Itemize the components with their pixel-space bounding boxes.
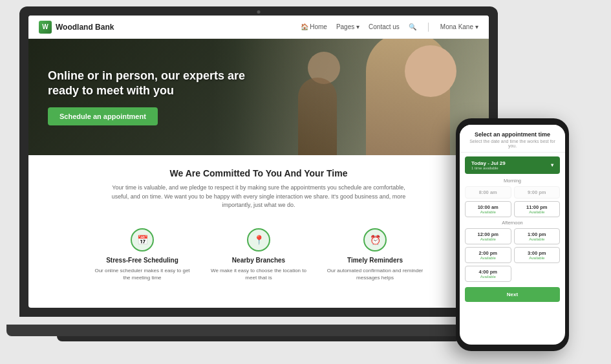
slot-status: Available bbox=[469, 237, 507, 241]
nav-user[interactable]: Mona Kane ▾ bbox=[440, 23, 478, 30]
feature-reminders: ⏰ Timely Reminders Our automated confirm… bbox=[327, 228, 423, 281]
brand-name: Woodland Bank bbox=[56, 23, 114, 32]
time-slot[interactable]: 4:00 pm Available bbox=[465, 266, 511, 282]
feature-text-reminders: Our automated confirmation and reminder … bbox=[327, 267, 423, 281]
feature-title-scheduling: Stress-Free Scheduling bbox=[94, 257, 191, 264]
laptop: W Woodland Bank 🏠 Home Pages ▾ Contact u… bbox=[19, 6, 511, 356]
morning-slots: 8:00 am 9:00 pm 10:00 am Available 11:00… bbox=[460, 186, 565, 217]
laptop-camera bbox=[257, 10, 261, 14]
chevron-down-icon: ▾ bbox=[356, 23, 359, 30]
slot-status: Available bbox=[519, 237, 556, 241]
slot-status: Available bbox=[519, 210, 556, 214]
commitment-text: Your time is valuable, and we pledge to … bbox=[103, 184, 414, 210]
morning-label: Morning bbox=[460, 178, 565, 184]
phone-next-button[interactable]: Next bbox=[465, 287, 560, 302]
feature-text-branches: We make it easy to choose the location t… bbox=[210, 267, 307, 281]
time-slot[interactable]: 12:00 pm Available bbox=[465, 228, 511, 244]
time-slot[interactable]: 2:00 pm Available bbox=[465, 247, 511, 263]
time-slot[interactable]: 11:00 pm Available bbox=[514, 201, 561, 217]
time-slot[interactable]: 10:00 am Available bbox=[465, 201, 511, 217]
chevron-down-icon-date: ▾ bbox=[551, 162, 553, 168]
afternoon-label: Afternoon bbox=[460, 220, 565, 226]
feature-title-reminders: Timely Reminders bbox=[327, 257, 423, 264]
slot-time: 4:00 pm bbox=[469, 269, 507, 275]
time-slot[interactable]: 3:00 pm Available bbox=[514, 247, 561, 263]
slot-time: 11:00 pm bbox=[519, 204, 556, 210]
slot-time: 9:00 pm bbox=[519, 189, 556, 195]
slot-time: 1:00 pm bbox=[519, 231, 556, 237]
feature-icon-branches: 📍 bbox=[247, 228, 270, 252]
phone-screen: Select an appointment time Select the da… bbox=[460, 125, 565, 345]
nav-contact[interactable]: Contact us bbox=[369, 23, 400, 30]
laptop-body: W Woodland Bank 🏠 Home Pages ▾ Contact u… bbox=[19, 6, 498, 317]
slot-time: 12:00 pm bbox=[469, 231, 507, 237]
home-icon: 🏠 bbox=[301, 23, 308, 30]
feature-scheduling: 📅 Stress-Free Scheduling Our online sche… bbox=[94, 228, 191, 281]
slot-time: 8:00 am bbox=[469, 189, 507, 195]
phone-title: Select an appointment time bbox=[466, 131, 559, 138]
feature-title-branches: Nearby Branches bbox=[210, 257, 307, 264]
time-slot[interactable]: 8:00 am bbox=[465, 186, 511, 198]
laptop-base bbox=[6, 325, 511, 336]
slot-status: Available bbox=[469, 256, 507, 260]
phone-date-selector[interactable]: Today - Jul 29 1 time available ▾ bbox=[465, 156, 560, 174]
slot-status: Available bbox=[469, 275, 507, 279]
nav-home[interactable]: 🏠 Home bbox=[301, 23, 327, 30]
hero-section: Online or in person, our experts are rea… bbox=[28, 39, 489, 155]
brand-logo-icon: W bbox=[39, 21, 52, 34]
slot-time: 10:00 am bbox=[469, 204, 507, 210]
feature-branches: 📍 Nearby Branches We make it easy to cho… bbox=[210, 228, 307, 281]
schedule-appointment-button[interactable]: Schedule an appointment bbox=[48, 107, 158, 125]
feature-icon-scheduling: 📅 bbox=[131, 228, 154, 252]
commitment-title: We Are Committed To You And Your Time bbox=[48, 168, 469, 178]
phone-header: Select an appointment time Select the da… bbox=[460, 125, 565, 153]
afternoon-slots: 12:00 pm Available 1:00 pm Available 2:0… bbox=[460, 228, 565, 282]
time-slot[interactable]: 9:00 pm bbox=[514, 186, 561, 198]
hero-content: Online or in person, our experts are rea… bbox=[48, 69, 255, 126]
slot-time: 3:00 pm bbox=[519, 250, 556, 256]
hero-photo bbox=[295, 39, 463, 155]
hero-title: Online or in person, our experts are rea… bbox=[48, 69, 255, 99]
navbar: W Woodland Bank 🏠 Home Pages ▾ Contact u… bbox=[28, 16, 489, 39]
slot-status: Available bbox=[519, 256, 556, 260]
search-icon[interactable]: 🔍 bbox=[409, 23, 416, 30]
features-section: 📅 Stress-Free Scheduling Our online sche… bbox=[28, 228, 489, 292]
nav-links: 🏠 Home Pages ▾ Contact us 🔍 Mona Kane bbox=[301, 23, 478, 32]
phone-subtitle: Select the date and time the works best … bbox=[466, 139, 559, 148]
phone-date-sub: 1 time available bbox=[471, 166, 506, 170]
scene: W Woodland Bank 🏠 Home Pages ▾ Contact u… bbox=[0, 0, 611, 364]
time-slot[interactable]: 1:00 pm Available bbox=[514, 228, 561, 244]
slot-time: 2:00 pm bbox=[469, 250, 507, 256]
phone: Select an appointment time Select the da… bbox=[456, 118, 569, 351]
phone-date-label: Today - Jul 29 bbox=[471, 160, 506, 166]
slot-status: Available bbox=[469, 210, 507, 214]
laptop-screen: W Woodland Bank 🏠 Home Pages ▾ Contact u… bbox=[28, 16, 489, 308]
chevron-down-icon-user: ▾ bbox=[475, 23, 478, 30]
feature-text-scheduling: Our online scheduler makes it easy to ge… bbox=[94, 267, 191, 281]
commitment-section: We Are Committed To You And Your Time Yo… bbox=[28, 155, 489, 228]
nav-pages[interactable]: Pages ▾ bbox=[336, 23, 359, 30]
nav-divider bbox=[428, 23, 429, 32]
feature-icon-reminders: ⏰ bbox=[363, 228, 387, 252]
